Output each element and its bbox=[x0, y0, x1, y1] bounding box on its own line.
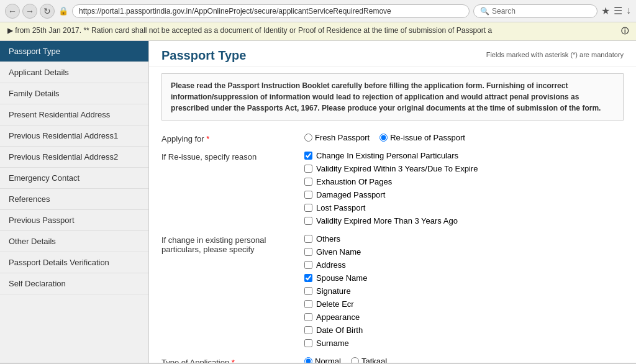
search-icon: 🔍 bbox=[480, 7, 489, 16]
reason-damaged-passport[interactable]: Damaged Passport bbox=[304, 190, 624, 199]
reason-exhaustion-pages[interactable]: Exhaustion Of Pages bbox=[304, 177, 624, 186]
main-container: Passport Type Applicant Details Family D… bbox=[0, 41, 636, 363]
change-appearance[interactable]: Appearance bbox=[304, 312, 624, 322]
info-close-button[interactable]: ⓘ bbox=[621, 26, 629, 37]
type-of-application-row: Type of Application * Normal Tatkaal bbox=[161, 357, 624, 363]
delete-ecr-checkbox[interactable] bbox=[304, 300, 312, 308]
change-address[interactable]: Address bbox=[304, 260, 624, 270]
reason-validity-expired-more-3[interactable]: Validity Expired More Than 3 Years Ago bbox=[304, 216, 624, 225]
search-bar[interactable]: 🔍 Search bbox=[473, 4, 597, 18]
reason-validity-expired-3[interactable]: Validity Expired Within 3 Years/Due To E… bbox=[304, 164, 624, 173]
tatkaal-option[interactable]: Tatkaal bbox=[351, 357, 387, 363]
change-particulars-label: If change in existing personal particula… bbox=[161, 234, 304, 254]
change-given-name[interactable]: Given Name bbox=[304, 247, 624, 257]
applying-for-controls: Fresh Passport Re-issue of Passport bbox=[304, 133, 624, 142]
change-surname[interactable]: Surname bbox=[304, 339, 624, 348]
fresh-passport-radio[interactable] bbox=[304, 134, 312, 142]
bookmark-icon[interactable]: ★ bbox=[601, 5, 610, 17]
sidebar-item-prev-residential-1[interactable]: Previous Residential Address1 bbox=[0, 125, 148, 147]
change-others[interactable]: Others bbox=[304, 234, 624, 243]
applying-for-options: Fresh Passport Re-issue of Passport bbox=[304, 133, 624, 142]
url-bar[interactable]: https://portal1.passportindia.gov.in/App… bbox=[72, 4, 470, 18]
signature-checkbox[interactable] bbox=[304, 287, 312, 295]
address-checkbox[interactable] bbox=[304, 261, 312, 269]
instruction-text: Please read the Passport Instruction Boo… bbox=[171, 81, 601, 112]
download-icon[interactable]: ↓ bbox=[626, 5, 631, 17]
change-dob[interactable]: Date Of Birth bbox=[304, 325, 624, 335]
sidebar-item-family-details[interactable]: Family Details bbox=[0, 83, 148, 104]
damaged-passport-checkbox[interactable] bbox=[304, 191, 312, 199]
type-of-application-controls: Normal Tatkaal bbox=[304, 357, 624, 363]
forward-button[interactable]: → bbox=[22, 4, 37, 19]
reason-change-particulars[interactable]: Change In Existing Personal Particulars bbox=[304, 151, 624, 160]
sidebar-item-other-details[interactable]: Other Details bbox=[0, 231, 148, 252]
sidebar-item-references[interactable]: References bbox=[0, 189, 148, 210]
search-placeholder: Search bbox=[492, 7, 516, 16]
fresh-passport-option[interactable]: Fresh Passport bbox=[304, 133, 370, 142]
menu-icon[interactable]: ☰ bbox=[614, 5, 622, 17]
change-spouse-name[interactable]: Spouse Name bbox=[304, 273, 624, 283]
reissue-reason-row: If Re-issue, specify reason Change In Ex… bbox=[161, 151, 624, 227]
sidebar-item-self-declaration[interactable]: Self Declaration bbox=[0, 273, 148, 294]
reissue-reason-controls: Change In Existing Personal Particulars … bbox=[304, 151, 624, 227]
given-name-checkbox[interactable] bbox=[304, 248, 312, 256]
back-button[interactable]: ← bbox=[5, 4, 20, 19]
change-particulars-controls: Others Given Name Address Spouse Name bbox=[304, 234, 624, 349]
reload-button[interactable]: ↻ bbox=[40, 4, 55, 19]
change-delete-ecr[interactable]: Delete Ecr bbox=[304, 299, 624, 309]
page-header: Passport Type Fields marked with asteris… bbox=[149, 41, 636, 67]
change-particulars-checkbox[interactable] bbox=[304, 152, 312, 160]
others-checkbox[interactable] bbox=[304, 235, 312, 243]
reissue-passport-option[interactable]: Re-issue of Passport bbox=[379, 133, 465, 142]
sidebar-item-applicant-details[interactable]: Applicant Details bbox=[0, 62, 148, 83]
change-signature[interactable]: Signature bbox=[304, 286, 624, 296]
tatkaal-radio[interactable] bbox=[351, 357, 359, 363]
sidebar-item-previous-passport[interactable]: Previous Passport bbox=[0, 210, 148, 231]
type-of-application-options: Normal Tatkaal bbox=[304, 357, 624, 363]
content-area: Passport Type Fields marked with asteris… bbox=[149, 41, 636, 363]
sidebar-item-prev-residential-2[interactable]: Previous Residential Address2 bbox=[0, 147, 148, 168]
sidebar-item-present-residential[interactable]: Present Residential Address bbox=[0, 104, 148, 125]
exhaustion-pages-checkbox[interactable] bbox=[304, 178, 312, 186]
normal-option[interactable]: Normal bbox=[304, 357, 341, 363]
validity-expired-more-3-checkbox[interactable] bbox=[304, 217, 312, 225]
lost-passport-checkbox[interactable] bbox=[304, 204, 312, 212]
lock-icon: 🔒 bbox=[58, 6, 68, 16]
change-particulars-row: If change in existing personal particula… bbox=[161, 234, 624, 349]
dob-checkbox[interactable] bbox=[304, 326, 312, 334]
applying-for-label: Applying for * bbox=[161, 133, 304, 143]
mandatory-note: Fields marked with asterisk (*) are mand… bbox=[486, 48, 624, 58]
sidebar-item-passport-type[interactable]: Passport Type bbox=[0, 41, 148, 62]
type-of-application-label: Type of Application * bbox=[161, 357, 304, 363]
reissue-passport-radio[interactable] bbox=[379, 134, 388, 142]
reason-lost-passport[interactable]: Lost Passport bbox=[304, 203, 624, 212]
applying-for-row: Applying for * Fresh Passport Re-issue o… bbox=[161, 133, 624, 143]
form-area: Applying for * Fresh Passport Re-issue o… bbox=[149, 127, 636, 363]
instruction-box: Please read the Passport Instruction Boo… bbox=[161, 73, 624, 121]
validity-expired-3-checkbox[interactable] bbox=[304, 165, 312, 173]
info-bar: ▶ from 25th Jan 2017. ** Ration card sha… bbox=[0, 22, 636, 41]
browser-chrome: ← → ↻ 🔒 https://portal1.passportindia.go… bbox=[0, 0, 636, 22]
surname-checkbox[interactable] bbox=[304, 339, 312, 347]
appearance-checkbox[interactable] bbox=[304, 313, 312, 321]
normal-radio[interactable] bbox=[304, 357, 312, 363]
reissue-reason-label: If Re-issue, specify reason bbox=[161, 151, 304, 162]
sidebar-item-emergency-contact[interactable]: Emergency Contact bbox=[0, 168, 148, 189]
url-text: https://portal1.passportindia.gov.in/App… bbox=[79, 7, 391, 16]
page-title: Passport Type bbox=[161, 48, 246, 63]
sidebar-item-passport-verification[interactable]: Passport Details Verification bbox=[0, 252, 148, 273]
spouse-name-checkbox[interactable] bbox=[304, 274, 312, 282]
sidebar: Passport Type Applicant Details Family D… bbox=[0, 41, 149, 363]
